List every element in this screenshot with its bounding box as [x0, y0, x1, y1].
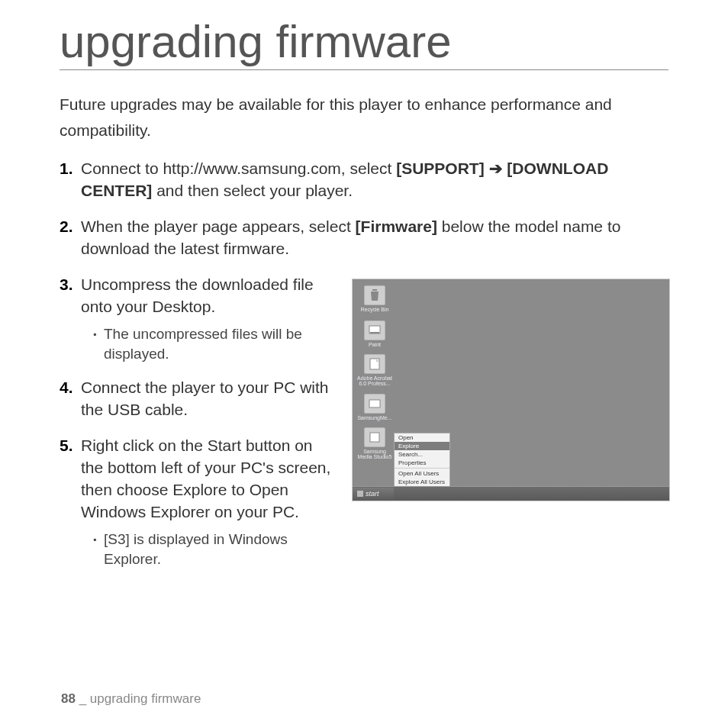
start-button[interactable]: start	[353, 488, 394, 501]
footer-sep: _	[76, 691, 90, 706]
sub-item: The uncompressed files will be displayed…	[93, 324, 333, 363]
step-text: Connect to http://www.samsung.com, selec…	[81, 159, 396, 177]
right-column: Recycle Bin Paint Adobe Acrobat 6.0 Prof…	[352, 279, 668, 582]
step-1: Connect to http://www.samsung.com, selec…	[60, 158, 668, 202]
sub-list: [S3] is displayed in Windows Explorer.	[81, 530, 333, 569]
menu-item-properties[interactable]: Properties	[395, 459, 449, 467]
icon-label: Adobe Acrobat 6.0 Profess...	[356, 375, 394, 387]
support-label: [SUPPORT]	[396, 159, 485, 177]
step-text: When the player page appears, select	[81, 217, 356, 235]
desktop-icon-acrobat: Adobe Acrobat 6.0 Profess...	[356, 354, 394, 387]
icon-label: Samsung Media Studio5	[356, 449, 394, 460]
icon-label: SamsungMe...	[356, 415, 394, 420]
two-column: Uncompress the downloaded file onto your…	[60, 274, 668, 582]
manual-page: upgrading firmware Future upgrades may b…	[0, 0, 728, 582]
svg-rect-3	[370, 359, 379, 369]
svg-rect-0	[372, 289, 377, 291]
sub-item: [S3] is displayed in Windows Explorer.	[93, 530, 333, 569]
step-3: Uncompress the downloaded file onto your…	[60, 274, 333, 363]
icon-label: Recycle Bin	[356, 307, 394, 312]
step-4: Connect the player to your PC with the U…	[60, 377, 333, 421]
step-text: Uncompress the downloaded file onto your…	[81, 275, 314, 315]
intro-paragraph: Future upgrades may be available for thi…	[60, 92, 668, 143]
icon-label: Paint	[356, 342, 394, 347]
paint-icon	[364, 321, 385, 340]
svg-rect-2	[370, 332, 379, 333]
page-footer: 88 _ upgrading firmware	[61, 691, 201, 707]
sub-list: The uncompressed files will be displayed…	[81, 324, 333, 363]
svg-rect-4	[369, 400, 380, 407]
step-5: Right click on the Start button on the b…	[60, 435, 333, 569]
step-text: Connect the player to your PC with the U…	[81, 378, 329, 418]
desktop-icon-media-studio: Samsung Media Studio5	[356, 427, 394, 460]
desktop-icon-paint: Paint	[356, 321, 394, 347]
step-text: and then select your player.	[152, 182, 353, 199]
menu-separator	[395, 468, 449, 469]
step-list: Connect to http://www.samsung.com, selec…	[60, 158, 668, 260]
app-icon	[364, 427, 385, 447]
taskbar	[353, 486, 669, 501]
desktop-screenshot: Recycle Bin Paint Adobe Acrobat 6.0 Prof…	[352, 279, 670, 501]
menu-item-explore-all-users[interactable]: Explore All Users	[395, 478, 449, 486]
menu-item-open-all-users[interactable]: Open All Users	[395, 469, 449, 478]
firmware-label: [Firmware]	[356, 217, 437, 235]
step-list-cont: Uncompress the downloaded file onto your…	[60, 274, 333, 569]
arrow-icon: ➔	[485, 159, 507, 177]
recycle-bin-icon	[364, 285, 385, 305]
file-icon	[364, 354, 385, 374]
footer-section: upgrading firmware	[90, 691, 201, 706]
menu-item-explore[interactable]: Explore	[395, 442, 449, 450]
menu-item-search[interactable]: Search...	[395, 450, 449, 459]
page-title: upgrading firmware	[60, 15, 668, 70]
page-number: 88	[61, 691, 76, 706]
menu-item-open[interactable]: Open	[395, 433, 449, 442]
desktop-icon-samsungme: SamsungMe...	[356, 394, 394, 420]
left-column: Uncompress the downloaded file onto your…	[60, 274, 333, 582]
context-menu[interactable]: Open Explore Search... Properties Open A…	[394, 433, 450, 487]
desktop-icon-recycle-bin: Recycle Bin	[356, 285, 394, 312]
app-icon	[364, 394, 385, 414]
step-text: Right click on the Start button on the b…	[81, 436, 330, 520]
step-2: When the player page appears, select [Fi…	[60, 216, 668, 260]
svg-rect-5	[370, 433, 379, 442]
